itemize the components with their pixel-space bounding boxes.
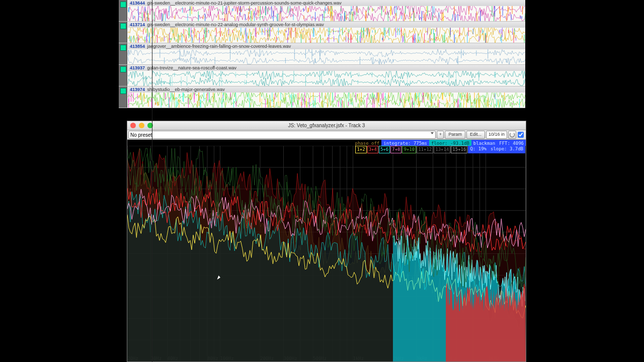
clip-id: 413974 [130,87,145,92]
window-title: JS: Veto_gfxanalyzer.jsfx - Track 3 [127,121,526,130]
playhead[interactable] [152,0,152,362]
track-row[interactable]: 413854 jaegrover__ambience-freezing-rain… [119,43,525,65]
chan-pair[interactable]: 13+14 [434,146,450,153]
clip-name: golan-trevize__nature-sea-roscoff-coast.… [147,65,236,70]
clip-id: 413854 [130,44,145,49]
track-row[interactable]: 413644 gis-sweden__electronic-minute-no-… [119,0,525,22]
edit-button[interactable]: Edit... [466,131,485,139]
slope-readout: slope: 3.7dB [489,146,525,153]
fx-toolbar: No preset + Param Edit... 10/16 in [127,130,526,140]
waveform[interactable] [128,49,525,64]
chan-pair[interactable]: 5+6 [379,146,390,153]
track-row[interactable]: 413974 shibystudio__eb-major-generative.… [119,86,525,108]
chan-pair[interactable]: 3+4 [367,146,378,153]
preset-value: No preset [130,132,152,138]
clip-name: gis-sweden__electronic-minute-no-22-anal… [147,22,324,27]
spectrum-display[interactable]: 20Hz30Hz40Hz80Hz100Hz200Hz300Hz500Hz1kHz… [127,146,526,361]
clip-id: 413937 [130,65,145,70]
track-gutter[interactable] [119,65,127,86]
clip-name: shibystudio__eb-major-generative.wav [147,87,225,92]
fx-enabled-checkbox[interactable] [518,132,524,138]
chevron-down-icon [431,132,434,134]
waveform[interactable] [128,71,525,86]
track-row[interactable]: 413937 golan-trevize__nature-sea-roscoff… [119,65,525,86]
param-button[interactable]: Param [445,131,465,139]
chan-pair[interactable]: 9+10 [402,146,416,153]
chan-pair[interactable]: 7+8 [390,146,401,153]
waveform[interactable] [128,6,525,21]
track-gutter[interactable] [119,43,127,64]
refresh-icon[interactable] [508,131,516,139]
clip-name: gis-sweden__electronic-minute-no-21-jupi… [147,1,342,6]
track-gutter[interactable] [119,22,127,43]
q-readout: Q: 19% [468,146,489,153]
waveform[interactable] [128,28,525,43]
track-row[interactable]: 413714 gis-sweden__electronic-minute-no-… [119,22,525,43]
chan-pair[interactable]: 15+16 [451,146,467,153]
io-readout[interactable]: 10/16 in [486,131,507,139]
clip-id: 413714 [130,22,145,27]
titlebar[interactable]: JS: Veto_gfxanalyzer.jsfx - Track 3 [127,121,526,130]
chan-pair[interactable]: 1+2 [355,146,366,153]
clip-name: jaegrover__ambience-freezing-rain-fallin… [147,44,291,49]
add-preset-button[interactable]: + [437,131,444,139]
track-gutter[interactable] [119,86,127,108]
fx-window: JS: Veto_gfxanalyzer.jsfx - Track 3 No p… [127,121,526,362]
clip-id: 413644 [130,1,145,6]
track-gutter[interactable] [119,0,127,21]
preset-dropdown[interactable]: No preset [128,131,436,139]
waveform[interactable] [128,93,525,108]
chan-pair[interactable]: 11+12 [417,146,433,153]
